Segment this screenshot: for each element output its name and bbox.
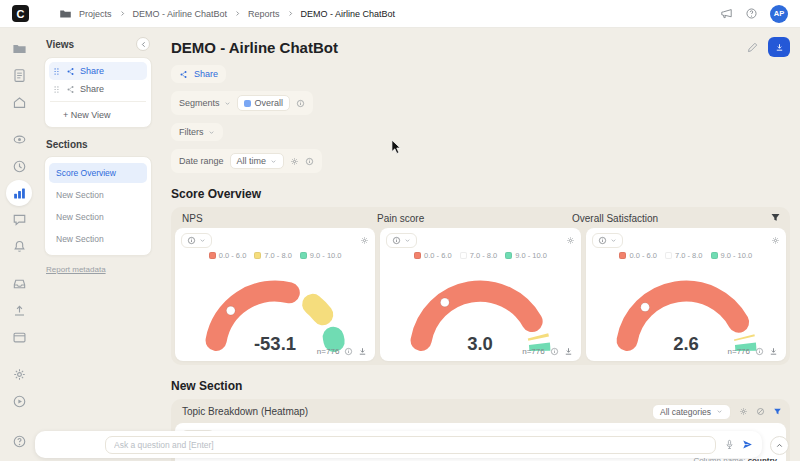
chevron-down-icon — [270, 158, 277, 165]
chart-title: NPS — [177, 213, 372, 224]
info-icon[interactable] — [344, 347, 353, 356]
legend-item: 9.0 - 10.0 — [300, 251, 342, 260]
info-icon[interactable] — [296, 99, 305, 108]
rail-item-help-icon[interactable] — [12, 434, 27, 449]
sidebar-section-item[interactable]: New Section — [49, 207, 147, 227]
filters-dropdown[interactable]: Filters — [179, 127, 215, 137]
drag-handle-icon[interactable] — [52, 67, 61, 76]
chevron-down-icon — [404, 237, 411, 244]
rail-item-play-icon[interactable] — [12, 394, 27, 409]
breadcrumb-item[interactable]: Reports — [248, 9, 280, 19]
top-bar: C ProjectsDEMO - Airline ChatBotReportsD… — [0, 0, 800, 28]
download-icon — [775, 43, 784, 52]
segments-label: Segments — [179, 98, 220, 108]
rail-item-bar-chart-icon[interactable] — [12, 186, 27, 201]
gauge-card: 0.0 - 6.07.0 - 8.09.0 - 10.02.6n=776 — [586, 228, 786, 361]
views-title: Views — [46, 39, 74, 50]
chevron-down-icon — [208, 129, 215, 136]
download-chart-icon[interactable] — [769, 347, 778, 356]
sidebar-view-item[interactable]: Share — [49, 62, 147, 80]
legend-label: 7.0 - 8.0 — [470, 251, 498, 260]
sidebar-collapse-button[interactable] — [136, 37, 150, 51]
app-logo[interactable]: C — [12, 5, 29, 22]
collapse-askbar-button[interactable] — [770, 436, 789, 455]
rail-active-pill[interactable] — [6, 180, 32, 206]
gauge-chart: -53.1 — [187, 261, 363, 358]
score-overview-block: NPSPain scoreOverall Satisfaction 0.0 - … — [171, 207, 790, 365]
gear-icon[interactable] — [360, 236, 369, 245]
breadcrumb: ProjectsDEMO - Airline ChatBotReportsDEM… — [59, 7, 395, 20]
rail-item-upload-icon[interactable] — [12, 303, 27, 318]
download-chart-icon[interactable] — [564, 347, 573, 356]
legend-label: 9.0 - 10.0 — [721, 251, 753, 260]
rail-item-eye-icon[interactable] — [12, 132, 27, 147]
rail-item-settings-icon[interactable] — [12, 367, 27, 382]
filter-funnel-icon[interactable] — [773, 407, 782, 416]
breadcrumb-item[interactable]: DEMO - Airline ChatBot — [301, 9, 396, 19]
chart-type-dropdown[interactable] — [181, 233, 212, 248]
date-range-dropdown[interactable]: All time — [230, 153, 285, 169]
legend-label: 0.0 - 6.0 — [629, 251, 657, 260]
filter-funnel-icon[interactable] — [770, 212, 781, 223]
segment-overall-chip[interactable]: Overall — [237, 95, 291, 111]
views-panel: ShareShare + New View — [44, 57, 152, 128]
breadcrumb-item[interactable]: DEMO - Airline ChatBot — [133, 9, 228, 19]
rail-item-chat-icon[interactable] — [12, 212, 27, 227]
breadcrumb-item[interactable]: Projects — [79, 9, 112, 19]
drag-handle-icon[interactable] — [52, 85, 61, 94]
sidebar-section-item[interactable]: Score Overview — [49, 163, 147, 183]
exclude-icon[interactable] — [756, 407, 765, 416]
chart-type-dropdown[interactable] — [592, 233, 623, 248]
rail-item-file-icon[interactable] — [12, 68, 27, 83]
date-range-value: All time — [237, 156, 267, 166]
legend-item: 0.0 - 6.0 — [414, 251, 452, 260]
help-icon[interactable] — [745, 7, 758, 20]
info-icon[interactable] — [550, 347, 559, 356]
gauge-card: 0.0 - 6.07.0 - 8.09.0 - 10.03.0n=776 — [380, 228, 580, 361]
segments-dropdown[interactable]: Segments — [179, 98, 231, 108]
download-chart-icon[interactable] — [358, 347, 367, 356]
mouse-cursor — [391, 139, 402, 155]
download-report-button[interactable] — [768, 37, 790, 57]
info-icon[interactable] — [305, 157, 314, 166]
chevron-down-icon — [224, 100, 231, 107]
rail-item-inbox-icon[interactable] — [12, 276, 27, 291]
report-metadata-link[interactable]: Report metadata — [46, 265, 106, 274]
gear-icon[interactable] — [771, 236, 780, 245]
legend-swatch — [505, 252, 512, 259]
share-button[interactable]: Share — [171, 65, 226, 83]
sidebar-section-item[interactable]: New Section — [49, 229, 147, 249]
gear-icon[interactable] — [739, 407, 748, 416]
edit-icon[interactable] — [746, 41, 759, 54]
legend-label: 7.0 - 8.0 — [264, 251, 292, 260]
rail-item-home-icon[interactable] — [12, 95, 27, 110]
new-view-button[interactable]: + New View — [49, 105, 147, 123]
announcements-icon[interactable] — [720, 7, 733, 20]
legend-item: 9.0 - 10.0 — [711, 251, 753, 260]
gear-icon[interactable] — [566, 236, 575, 245]
chart-type-dropdown[interactable] — [386, 233, 417, 248]
legend-swatch — [414, 252, 421, 259]
legend-label: 9.0 - 10.0 — [515, 251, 547, 260]
rail-item-folder-icon[interactable] — [12, 41, 27, 56]
mic-icon[interactable] — [724, 439, 735, 450]
legend-item: 7.0 - 8.0 — [254, 251, 292, 260]
avatar[interactable]: AP — [770, 5, 788, 23]
segment-color-swatch — [244, 100, 251, 107]
info-icon[interactable] — [755, 347, 764, 356]
sidebar-section-item[interactable]: New Section — [49, 185, 147, 205]
chevron-down-icon — [716, 408, 723, 415]
legend-item: 7.0 - 8.0 — [460, 251, 498, 260]
rail-item-bell-icon[interactable] — [12, 239, 27, 254]
rail-item-window-icon[interactable] — [12, 330, 27, 345]
categories-dropdown[interactable]: All categories — [652, 404, 731, 420]
gear-icon[interactable] — [290, 157, 299, 166]
gauge-chart: 2.6 — [598, 261, 774, 358]
new-section-heading: New Section — [171, 379, 790, 393]
legend-item: 0.0 - 6.0 — [209, 251, 247, 260]
sidebar-view-item[interactable]: Share — [49, 80, 147, 98]
ask-question-input[interactable] — [105, 436, 716, 454]
send-icon[interactable] — [742, 439, 753, 450]
divider — [50, 101, 146, 102]
rail-item-history-icon[interactable] — [12, 159, 27, 174]
